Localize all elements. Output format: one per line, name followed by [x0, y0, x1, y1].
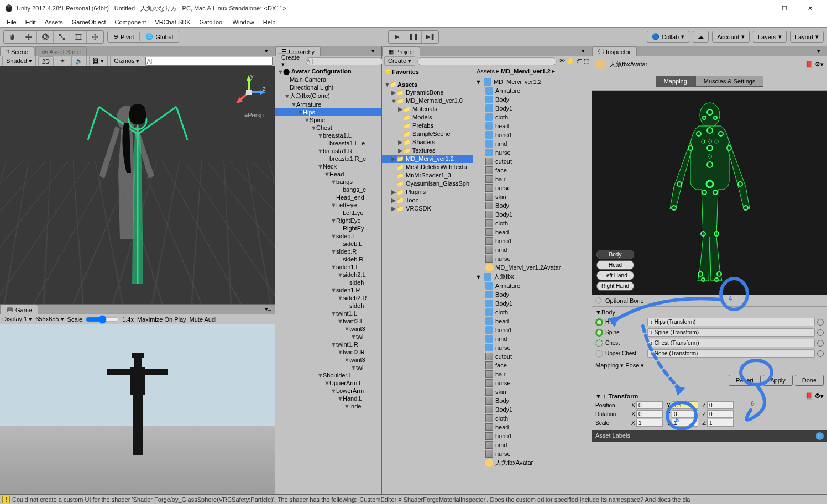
project-tree-item[interactable]: ▼📁 MD_Mermaid_ver1.0 — [382, 97, 473, 105]
body-section-header[interactable]: ▼Body — [595, 308, 824, 317]
rotation-z[interactable] — [707, 410, 734, 418]
hierarchy-item[interactable]: RightEy — [275, 224, 381, 232]
hierarchy-item[interactable]: ▼twint3 — [275, 325, 381, 333]
project-item[interactable]: Body — [473, 396, 592, 405]
apply-button[interactable]: Apply — [763, 375, 793, 386]
collab-dropdown[interactable]: 🔵 Collab ▾ — [647, 31, 689, 43]
hierarchy-item[interactable]: ▼Neck — [275, 162, 381, 170]
hierarchy-search[interactable] — [306, 57, 383, 65]
menu-component[interactable]: Component — [111, 18, 149, 27]
project-item[interactable]: nmd — [473, 139, 592, 148]
hierarchy-item[interactable]: ▼breasta1.L — [275, 132, 381, 139]
bone-row-upper-chest[interactable]: Upper Chest↕ None (Transform) — [595, 348, 824, 359]
project-item[interactable]: Armature — [473, 86, 592, 95]
tab-menu[interactable]: ▾≡ — [261, 46, 275, 56]
project-item[interactable]: ▼人魚fbx — [473, 272, 592, 281]
scale-z[interactable] — [707, 419, 734, 427]
hierarchy-item[interactable]: ▼sideh2.L — [275, 271, 381, 279]
righthand-part-button[interactable]: Right Hand — [596, 281, 634, 291]
project-item[interactable]: Body — [473, 290, 592, 299]
position-y[interactable] — [672, 401, 698, 409]
menu-help[interactable]: Help — [260, 18, 279, 27]
project-item[interactable]: nurse — [473, 183, 592, 192]
inspector-menu[interactable]: ▾≡ — [814, 46, 827, 56]
hierarchy-item[interactable]: ▼Chest — [275, 124, 381, 132]
project-tree-item[interactable]: 📁 MeshDeleterWithTextu — [382, 163, 473, 171]
project-item[interactable]: hair — [473, 175, 592, 183]
hierarchy-item[interactable]: ▼sideb.R — [275, 248, 381, 255]
project-tree-item[interactable]: ▶📁 MD_Mervi_ver1.2 — [382, 155, 473, 163]
hierarchy-item[interactable]: ▼sideh2.R — [275, 294, 381, 302]
hierarchy-item[interactable]: sideb.R — [275, 255, 381, 263]
asset-labels-header[interactable]: Asset Labels 🏷 — [592, 431, 827, 442]
hierarchy-item[interactable]: ▼RightEye — [275, 217, 381, 224]
project-item[interactable]: nurse — [473, 254, 592, 263]
menu-gameobject[interactable]: GameObject — [69, 18, 109, 27]
cloud-button[interactable]: ☁ — [693, 31, 709, 43]
rotation-x[interactable] — [636, 410, 663, 418]
mute-audio[interactable]: Mute Audi — [190, 316, 217, 323]
project-item[interactable]: head — [473, 122, 592, 130]
project-item[interactable]: face — [473, 361, 592, 370]
project-item[interactable]: Body1 — [473, 405, 592, 414]
fx-toggle[interactable]: 🖼 ▾ — [89, 56, 108, 66]
done-button[interactable]: Done — [795, 375, 824, 386]
project-item[interactable]: nurse — [473, 379, 592, 387]
hierarchy-item[interactable]: ▼twint2.L — [275, 317, 381, 325]
resolution-dropdown[interactable]: 655x655 ▾ — [35, 316, 64, 323]
project-item[interactable]: cutout — [473, 157, 592, 166]
scale-tool[interactable] — [54, 31, 70, 43]
scale-slider[interactable] — [86, 315, 119, 324]
project-item[interactable]: hoho1 — [473, 237, 592, 245]
hierarchy-item[interactable]: ▼bangs — [275, 178, 381, 186]
project-item[interactable]: nmd — [473, 245, 592, 254]
project-item[interactable]: face — [473, 166, 592, 175]
project-item[interactable]: Body1 — [473, 210, 592, 219]
display-dropdown[interactable]: Display 1 ▾ — [2, 316, 32, 323]
menu-assets[interactable]: Assets — [41, 18, 66, 27]
hierarchy-item[interactable]: ▼UpperArm.L — [275, 379, 381, 387]
project-item[interactable]: nmd — [473, 334, 592, 343]
scene-search[interactable] — [145, 57, 273, 66]
menu-edit[interactable]: Edit — [22, 18, 39, 27]
project-item[interactable]: hoho1 — [473, 130, 592, 139]
transform-tool[interactable] — [87, 31, 103, 43]
project-item[interactable]: hoho1 — [473, 432, 592, 440]
hierarchy-item[interactable]: bangs_e — [275, 186, 381, 193]
rect-tool[interactable] — [70, 31, 87, 43]
hand-tool[interactable] — [4, 31, 20, 43]
muscles-tab[interactable]: Muscles & Settings — [695, 76, 764, 87]
project-tree-item[interactable]: ▶📁 VRCSDK — [382, 204, 473, 213]
hierarchy-item[interactable]: ▼sideh1.R — [275, 286, 381, 294]
rotate-tool[interactable] — [37, 31, 54, 43]
project-item[interactable]: cloth — [473, 113, 592, 122]
maximize-on-play[interactable]: Maximize On Play — [137, 316, 186, 323]
project-item[interactable]: head — [473, 228, 592, 237]
project-item[interactable]: hoho1 — [473, 326, 592, 334]
project-tree-item[interactable]: 📁 SampleScene — [382, 130, 473, 138]
project-search[interactable] — [417, 57, 557, 65]
pose-dropdown[interactable]: Pose ▾ — [625, 362, 644, 369]
project-item[interactable]: Body — [473, 201, 592, 210]
scene-tab[interactable]: ⌗ Scene — [0, 46, 34, 56]
project-item[interactable]: cloth — [473, 414, 592, 423]
hierarchy-item[interactable]: ▼breasta1.R — [275, 147, 381, 155]
game-tab-menu[interactable]: ▾≡ — [261, 305, 275, 314]
project-item[interactable]: nurse — [473, 449, 592, 458]
menu-gatotool[interactable]: GatoTool — [196, 18, 227, 27]
assets-root[interactable]: ▼📁 Assets — [382, 80, 473, 88]
orientation-gizmo[interactable]: y z — [229, 73, 268, 112]
favorites[interactable]: ⭐ Favorites — [382, 67, 473, 76]
project-item[interactable]: head — [473, 317, 592, 326]
rotation-y[interactable] — [672, 410, 698, 418]
project-items[interactable]: ▼MD_Mervi_ver1.2ArmatureBodyBody1clothhe… — [473, 76, 592, 494]
game-viewport[interactable] — [0, 324, 275, 494]
scale-x[interactable] — [636, 419, 663, 427]
hierarchy-item[interactable]: ▼twi — [275, 364, 381, 371]
project-create[interactable]: Create ▾ — [384, 56, 415, 66]
scene-viewport[interactable]: y z ≡Persp — [0, 66, 275, 304]
pause-button[interactable]: ❚❚ — [405, 31, 422, 43]
project-item[interactable]: ▼MD_Mervi_ver1.2 — [473, 77, 592, 86]
project-item[interactable]: cloth — [473, 308, 592, 317]
project-tree-item[interactable]: 📁 Models — [382, 113, 473, 122]
